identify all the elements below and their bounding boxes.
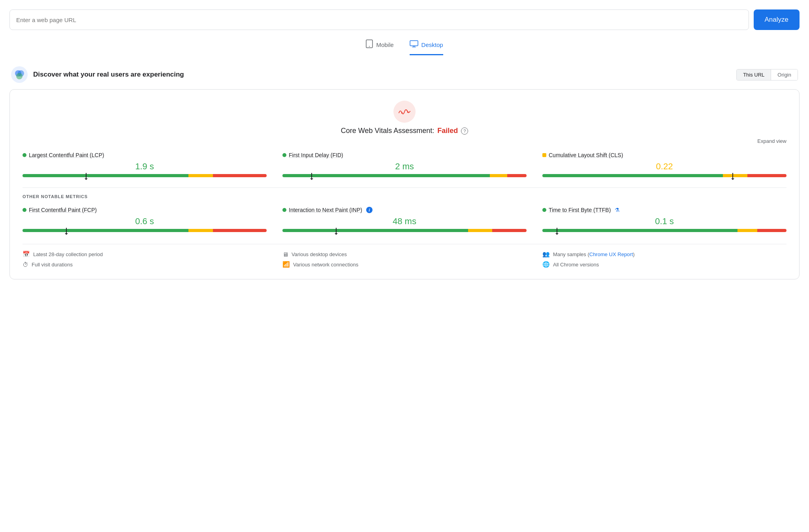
pb-red-ttfb <box>757 229 786 232</box>
origin-button[interactable]: Origin <box>771 69 798 80</box>
cwv-header: Core Web Vitals Assessment: Failed ? <box>23 101 786 135</box>
progress-marker-inp <box>336 228 337 233</box>
metric-label-inp: Interaction to Next Paint (INP)i <box>282 207 527 213</box>
metric-name-inp[interactable]: Interaction to Next Paint (INP) <box>289 207 362 213</box>
metric-name-fcp[interactable]: First Contentful Paint (FCP) <box>29 207 97 213</box>
beaker-icon: ⚗ <box>615 207 620 213</box>
metric-name-cls[interactable]: Cumulative Layout Shift (CLS) <box>549 152 623 158</box>
main-card: Core Web Vitals Assessment: Failed ? Exp… <box>9 89 800 279</box>
footer-text-5: All Chrome versions <box>553 262 599 268</box>
progress-marker-ttfb <box>557 228 557 233</box>
tab-desktop[interactable]: Desktop <box>410 39 443 55</box>
progress-track-cls <box>542 174 786 177</box>
metric-value-cls: 0.22 <box>542 161 786 172</box>
pb-red-fid <box>507 174 527 177</box>
url-input[interactable]: https://themes.shopify.com/themes/dawn/s… <box>9 9 749 30</box>
pb-green-lcp <box>23 174 188 177</box>
section-divider <box>23 187 786 188</box>
progress-track-fid <box>282 174 527 177</box>
footer-icon-5: 🌐 <box>542 261 550 268</box>
footer-text-0: Latest 28-day collection period <box>33 251 103 257</box>
metric-dot-fid <box>282 153 286 157</box>
this-url-button[interactable]: This URL <box>737 69 771 80</box>
pb-red-lcp <box>213 174 267 177</box>
metric-value-fid: 2 ms <box>282 161 527 172</box>
crux-header: Discover what your real users are experi… <box>9 66 800 83</box>
crux-icon <box>11 66 28 83</box>
pb-green-inp <box>282 229 468 232</box>
metric-dot-lcp <box>23 153 26 157</box>
pb-green-fcp <box>23 229 188 232</box>
metric-ttfb: Time to First Byte (TTFB)⚗ 0.1 s <box>542 207 786 233</box>
footer-item-0: 📅 Latest 28-day collection period <box>23 251 267 258</box>
footer-icon-1: 🖥 <box>282 251 288 258</box>
metric-fcp: First Contentful Paint (FCP) 0.6 s <box>23 207 267 233</box>
cwv-icon <box>393 101 416 123</box>
progress-marker-lcp <box>86 173 87 178</box>
pb-green-ttfb <box>542 229 738 232</box>
cwv-metrics-grid: Largest Contentful Paint (LCP) 1.9 s Fir… <box>23 152 786 178</box>
cwv-help-icon[interactable]: ? <box>461 127 468 135</box>
metric-value-ttfb: 0.1 s <box>542 216 786 227</box>
metric-dot-inp <box>282 208 286 212</box>
pb-orange-fcp <box>188 229 213 232</box>
metric-fid: First Input Delay (FID) 2 ms <box>282 152 527 178</box>
url-origin-toggle: This URL Origin <box>736 69 798 81</box>
chrome-ux-link[interactable]: Chrome UX Report <box>589 251 633 257</box>
progress-track-ttfb <box>542 229 786 232</box>
metric-label-ttfb: Time to First Byte (TTFB)⚗ <box>542 207 786 213</box>
progress-bar-inp <box>282 229 527 233</box>
metric-name-lcp[interactable]: Largest Contentful Paint (LCP) <box>29 152 104 158</box>
tab-desktop-label: Desktop <box>421 41 443 48</box>
progress-marker-cls <box>732 173 733 178</box>
metric-value-lcp: 1.9 s <box>23 161 267 172</box>
progress-bar-cls <box>542 174 786 178</box>
metric-name-fid[interactable]: First Input Delay (FID) <box>289 152 343 158</box>
footer-icon-4: 📶 <box>282 261 290 268</box>
footer-icon-3: ⏱ <box>23 261 28 268</box>
footer-info: 📅 Latest 28-day collection period 🖥 Vari… <box>23 244 786 268</box>
svg-point-6 <box>401 112 403 114</box>
progress-marker-fid <box>311 173 312 178</box>
analyze-button[interactable]: Analyze <box>754 9 800 30</box>
metric-label-fid: First Input Delay (FID) <box>282 152 527 158</box>
svg-point-7 <box>407 111 409 113</box>
metric-label-cls: Cumulative Layout Shift (CLS) <box>542 152 786 158</box>
progress-track-lcp <box>23 174 267 177</box>
progress-bar-lcp <box>23 174 267 178</box>
mobile-icon <box>366 39 373 50</box>
footer-icon-0: 📅 <box>23 251 30 258</box>
footer-text-1: Various desktop devices <box>292 251 347 257</box>
svg-point-5 <box>16 73 23 79</box>
footer-item-4: 📶 Various network connections <box>282 261 527 268</box>
pb-green-cls <box>542 174 723 177</box>
footer-item-2: 👥 Many samples (Chrome UX Report) <box>542 251 786 258</box>
progress-bar-fid <box>282 174 527 178</box>
pb-orange-fid <box>490 174 507 177</box>
metric-lcp: Largest Contentful Paint (LCP) 1.9 s <box>23 152 267 178</box>
tab-mobile[interactable]: Mobile <box>366 39 393 55</box>
metric-name-ttfb[interactable]: Time to First Byte (TTFB) <box>549 207 611 213</box>
metric-label-lcp: Largest Contentful Paint (LCP) <box>23 152 267 158</box>
metric-dot-cls <box>542 153 546 157</box>
footer-item-5: 🌐 All Chrome versions <box>542 261 786 268</box>
metric-label-fcp: First Contentful Paint (FCP) <box>23 207 267 213</box>
footer-text-3: Full visit durations <box>32 262 73 268</box>
svg-point-1 <box>369 46 370 47</box>
url-bar-row: https://themes.shopify.com/themes/dawn/s… <box>9 9 800 30</box>
pb-red-cls <box>747 174 786 177</box>
metric-cls: Cumulative Layout Shift (CLS) 0.22 <box>542 152 786 178</box>
footer-item-1: 🖥 Various desktop devices <box>282 251 527 258</box>
crux-header-left: Discover what your real users are experi… <box>11 66 184 83</box>
tab-mobile-label: Mobile <box>376 41 393 48</box>
expand-view[interactable]: Expand view <box>23 138 786 144</box>
progress-track-inp <box>282 229 527 232</box>
pb-green-fid <box>282 174 490 177</box>
pb-orange-lcp <box>188 174 213 177</box>
progress-marker-fcp <box>66 228 67 233</box>
info-icon[interactable]: i <box>366 207 373 213</box>
pb-orange-cls <box>723 174 747 177</box>
pb-orange-ttfb <box>738 229 757 232</box>
footer-text-4: Various network connections <box>293 262 358 268</box>
pb-red-inp <box>492 229 527 232</box>
